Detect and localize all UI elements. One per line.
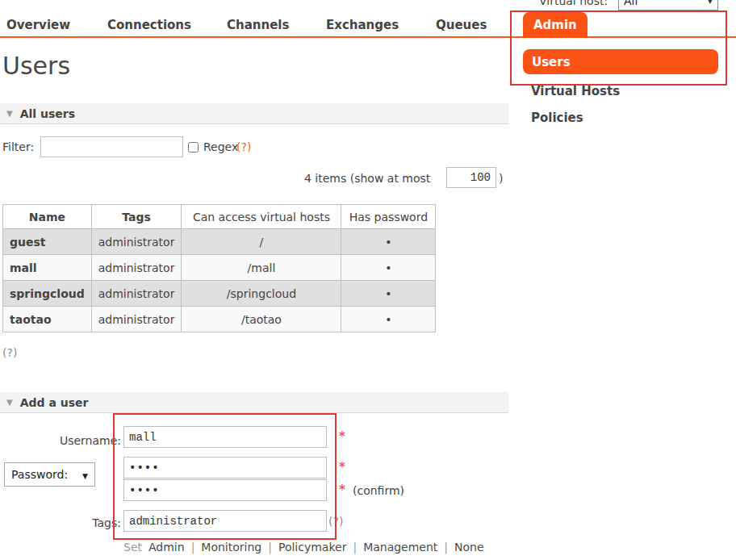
virtual-host-value: All bbox=[624, 0, 638, 7]
has-password-dot: • bbox=[341, 255, 436, 281]
page-title: Users bbox=[2, 52, 70, 80]
user-vhosts-cell: /mall bbox=[182, 255, 341, 281]
filter-label: Filter: bbox=[2, 140, 34, 153]
sidebar-item-policies[interactable]: Policies bbox=[531, 111, 583, 125]
regex-checkbox[interactable] bbox=[188, 142, 199, 153]
user-vhosts-cell: / bbox=[182, 229, 341, 255]
user-vhosts-cell: /taotao bbox=[182, 307, 341, 332]
add-user-section-header[interactable]: ▼ Add a user bbox=[0, 392, 508, 413]
column-header-tags[interactable]: Tags bbox=[91, 205, 182, 229]
column-header-has-password: Has password bbox=[341, 205, 436, 229]
password-confirm-input[interactable] bbox=[123, 479, 327, 501]
regex-label: Regex bbox=[203, 140, 238, 153]
tag-link-none[interactable]: None bbox=[454, 541, 484, 554]
filter-input[interactable] bbox=[40, 136, 183, 157]
user-name-cell[interactable]: guest bbox=[3, 229, 92, 255]
nav-item-queues[interactable]: Queues bbox=[436, 18, 487, 32]
password-type-value: Password: bbox=[11, 468, 68, 481]
user-tags-cell: administrator bbox=[91, 255, 182, 281]
rabbitmq-users-page: Virtual host: All ▼ Overview Connections… bbox=[0, 0, 736, 560]
column-header-name[interactable]: Name bbox=[3, 205, 92, 229]
sidebar-item-virtual-hosts[interactable]: Virtual Hosts bbox=[531, 84, 620, 98]
nav-tab-admin[interactable]: Admin bbox=[523, 12, 588, 38]
chevron-down-icon: ▼ bbox=[708, 0, 713, 5]
tag-link-policymaker[interactable]: Policymaker bbox=[278, 541, 346, 554]
user-name-cell[interactable]: mall bbox=[3, 255, 92, 281]
required-asterisk: * bbox=[339, 460, 345, 474]
username-label: Username: bbox=[48, 434, 121, 447]
tag-shortcut-row: Set Admin | Monitoring | Policymaker | M… bbox=[123, 541, 484, 554]
separator: | bbox=[191, 541, 195, 554]
separator: | bbox=[268, 541, 272, 554]
user-name-cell[interactable]: springcloud bbox=[3, 281, 92, 307]
tags-label: Tags: bbox=[65, 516, 121, 529]
nav-item-channels[interactable]: Channels bbox=[227, 18, 289, 32]
has-password-dot: • bbox=[341, 229, 436, 255]
collapse-triangle-icon: ▼ bbox=[6, 398, 13, 407]
regex-help-link[interactable]: (?) bbox=[236, 140, 251, 153]
user-tags-cell: administrator bbox=[91, 229, 182, 255]
virtual-host-label: Virtual host: bbox=[539, 0, 608, 7]
username-input[interactable] bbox=[123, 426, 327, 448]
user-vhosts-cell: /springcloud bbox=[182, 281, 341, 307]
required-asterisk: * bbox=[339, 429, 345, 444]
items-count-text: 4 items (show at most bbox=[304, 172, 430, 185]
virtual-host-select[interactable]: All ▼ bbox=[618, 0, 718, 10]
sidebar-item-users[interactable]: Users bbox=[523, 49, 718, 74]
nav-underline bbox=[0, 36, 736, 38]
confirm-label: (confirm) bbox=[353, 484, 404, 497]
table-row: mall administrator /mall • bbox=[3, 255, 436, 281]
tags-help-link[interactable]: (?) bbox=[328, 515, 343, 528]
tag-link-monitoring[interactable]: Monitoring bbox=[201, 541, 261, 554]
tag-link-admin[interactable]: Admin bbox=[148, 541, 185, 554]
separator: | bbox=[444, 541, 448, 554]
user-tags-cell: administrator bbox=[91, 281, 182, 307]
tags-input[interactable] bbox=[123, 510, 327, 532]
items-count-close-paren: ) bbox=[499, 172, 503, 185]
table-row: guest administrator / • bbox=[3, 229, 436, 255]
show-at-most-input[interactable] bbox=[446, 167, 496, 188]
table-header-row: Name Tags Can access virtual hosts Has p… bbox=[3, 205, 436, 229]
table-help-link[interactable]: (?) bbox=[2, 346, 17, 359]
all-users-section-header[interactable]: ▼ All users bbox=[0, 103, 508, 124]
add-user-section-title: Add a user bbox=[20, 396, 89, 409]
has-password-dot: • bbox=[341, 307, 436, 332]
has-password-dot: • bbox=[341, 281, 436, 307]
all-users-section-title: All users bbox=[20, 107, 75, 120]
required-asterisk: * bbox=[339, 483, 345, 497]
nav-item-exchanges[interactable]: Exchanges bbox=[326, 18, 399, 32]
tag-link-management[interactable]: Management bbox=[363, 541, 437, 554]
users-table: Name Tags Can access virtual hosts Has p… bbox=[2, 204, 436, 332]
table-row: taotao administrator /taotao • bbox=[3, 307, 436, 332]
user-name-cell[interactable]: taotao bbox=[3, 307, 92, 332]
set-label: Set bbox=[123, 541, 142, 554]
separator: | bbox=[353, 541, 357, 554]
password-input[interactable] bbox=[123, 457, 327, 479]
chevron-down-icon: ▼ bbox=[82, 472, 88, 480]
password-type-select[interactable]: Password: ▼ bbox=[4, 462, 95, 487]
nav-item-overview[interactable]: Overview bbox=[6, 18, 70, 32]
column-header-vhosts: Can access virtual hosts bbox=[182, 205, 341, 229]
collapse-triangle-icon: ▼ bbox=[6, 109, 13, 118]
nav-item-connections[interactable]: Connections bbox=[107, 18, 191, 32]
user-tags-cell: administrator bbox=[91, 307, 182, 332]
table-row: springcloud administrator /springcloud • bbox=[3, 281, 436, 307]
